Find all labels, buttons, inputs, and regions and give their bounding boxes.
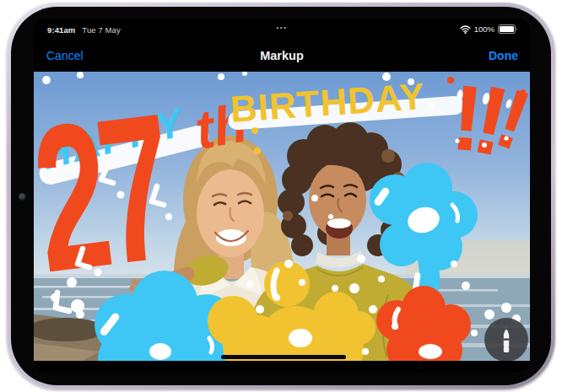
cancel-button[interactable]: Cancel: [46, 49, 84, 62]
ipad-screen: 9:41am Tue 7 May ••• 100%: [34, 19, 530, 373]
status-more-dots: •••: [277, 24, 288, 31]
status-time: 9:41am: [47, 25, 75, 35]
screenshot-stage: 9:41am Tue 7 May ••• 100%: [0, 0, 562, 392]
done-button[interactable]: Done: [489, 49, 518, 62]
status-date: Tue 7 May: [82, 25, 120, 35]
front-camera-icon: [19, 193, 26, 201]
markup-title: Markup: [260, 49, 304, 62]
markup-nav-bar: Cancel Markup Done: [34, 40, 530, 72]
pencil-icon: [484, 318, 528, 361]
battery-icon: [498, 24, 518, 34]
home-indicator[interactable]: [221, 355, 346, 359]
photo-scene: HAPPY 27: [34, 72, 530, 361]
pencil-tools-button[interactable]: [484, 318, 528, 361]
ipad-device-frame: 9:41am Tue 7 May ••• 100%: [7, 3, 555, 389]
battery-percent: 100%: [474, 24, 494, 34]
photo-markup-canvas[interactable]: HAPPY 27: [34, 72, 530, 361]
status-bar: 9:41am Tue 7 May ••• 100%: [34, 19, 530, 40]
wifi-icon: [460, 25, 471, 34]
